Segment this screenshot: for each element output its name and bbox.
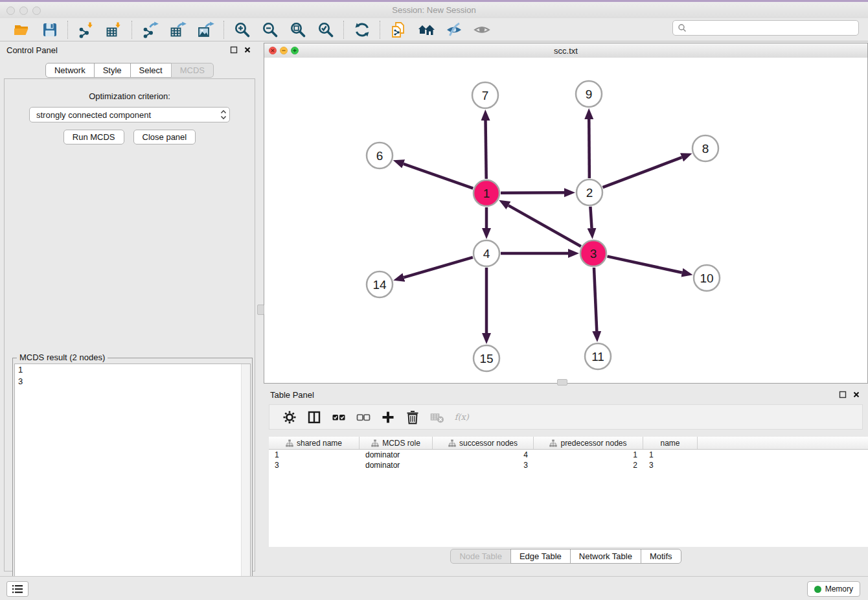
delete-table-icon[interactable]: [429, 410, 445, 424]
column-header-shared-name[interactable]: shared name: [269, 437, 360, 449]
result-node-id[interactable]: 3: [15, 376, 250, 387]
column-header-MCDS-role[interactable]: MCDS role: [360, 437, 433, 449]
node-6[interactable]: 6: [367, 143, 393, 168]
delete-icon[interactable]: [405, 410, 420, 424]
refresh-icon[interactable]: [354, 21, 371, 38]
search-box[interactable]: [672, 20, 859, 36]
node-14[interactable]: 14: [367, 271, 393, 297]
tab-motifs[interactable]: Motifs: [641, 549, 681, 564]
edge-2-3[interactable]: [590, 207, 591, 228]
zoom-in-icon[interactable]: [234, 21, 251, 38]
network-canvas[interactable]: 7968124314101511: [264, 58, 867, 383]
toolbar-separator: [131, 21, 132, 39]
node-8[interactable]: 8: [692, 135, 718, 161]
import-table-icon[interactable]: [106, 21, 122, 38]
float-panel-icon[interactable]: [230, 46, 238, 54]
optimization-criterion-select[interactable]: strongly connected component: [29, 107, 230, 122]
result-node-id[interactable]: 1: [15, 364, 250, 376]
save-icon[interactable]: [41, 21, 58, 38]
select-all-icon[interactable]: [331, 410, 347, 424]
table-cell[interactable]: 2: [534, 461, 643, 470]
table-cell[interactable]: 1: [534, 450, 643, 459]
table-toolbar: f(x): [269, 404, 863, 430]
tab-mcds[interactable]: MCDS: [171, 63, 214, 78]
column-header-predecessor-nodes[interactable]: predecessor nodes: [534, 437, 643, 449]
horizontal-splitter-grip[interactable]: [557, 379, 567, 386]
table-cell[interactable]: 3: [643, 461, 698, 470]
table-cell[interactable]: 3: [269, 461, 360, 470]
column-header-successor-nodes[interactable]: successor nodes: [433, 437, 534, 449]
node-4[interactable]: 4: [474, 240, 499, 266]
task-history-button[interactable]: [6, 581, 29, 597]
hide-selected-icon[interactable]: [446, 21, 463, 38]
network-graph[interactable]: 7968124314101511: [264, 58, 867, 384]
table-cell[interactable]: 3: [433, 461, 534, 470]
node-table[interactable]: shared nameMCDS rolesuccessor nodesprede…: [269, 437, 868, 547]
node-3[interactable]: 3: [580, 240, 606, 266]
toolbar-separator: [343, 21, 344, 39]
float-table-panel-icon[interactable]: [839, 391, 847, 398]
table-cell[interactable]: 1: [643, 450, 698, 459]
table-cell[interactable]: 1: [269, 450, 360, 459]
table-cell[interactable]: dominator: [360, 461, 433, 470]
table-cell[interactable]: dominator: [360, 450, 433, 459]
tab-network[interactable]: Network: [45, 63, 95, 78]
deselect-all-icon[interactable]: [356, 410, 371, 424]
node-9[interactable]: 9: [576, 81, 602, 107]
node-1[interactable]: 1: [474, 180, 499, 206]
tab-style[interactable]: Style: [94, 63, 131, 78]
export-network-icon[interactable]: [142, 21, 159, 38]
result-scrollbar[interactable]: [241, 364, 250, 600]
open-icon[interactable]: [14, 21, 30, 38]
node-15[interactable]: 15: [474, 345, 499, 371]
close-table-panel-icon[interactable]: [852, 391, 860, 398]
tab-edge-table[interactable]: Edge Table: [510, 549, 571, 564]
table-row[interactable]: 3dominator323: [269, 460, 868, 470]
control-panel: Control Panel NetworkStyleSelectMCDS Opt…: [0, 41, 259, 577]
zoom-out-icon[interactable]: [262, 21, 279, 38]
run-mcds-button[interactable]: Run MCDS: [63, 130, 124, 144]
edge-1-7[interactable]: [486, 121, 486, 179]
close-panel-icon[interactable]: [244, 46, 251, 54]
gear-icon[interactable]: [282, 410, 297, 424]
column-header-name[interactable]: name: [643, 437, 698, 449]
edge-3-11[interactable]: [594, 268, 597, 331]
node-7[interactable]: 7: [472, 82, 498, 108]
node-10[interactable]: 10: [694, 265, 720, 291]
table-row[interactable]: 1dominator411: [269, 450, 868, 460]
import-network-icon[interactable]: [78, 21, 95, 38]
tab-select[interactable]: Select: [130, 63, 172, 78]
vertical-splitter-grip[interactable]: [257, 305, 264, 315]
zoom-fit-icon[interactable]: [290, 21, 306, 38]
edge-3-1[interactable]: [508, 205, 581, 246]
export-image-icon[interactable]: [198, 21, 214, 38]
edge-1-2[interactable]: [501, 192, 564, 193]
search-input[interactable]: [687, 23, 858, 34]
svg-text:7: 7: [482, 89, 489, 102]
first-neighbors-icon[interactable]: [418, 21, 435, 38]
close-panel-button[interactable]: Close panel: [133, 130, 196, 144]
show-all-icon[interactable]: [474, 21, 490, 38]
toolbar-separator: [223, 21, 224, 39]
edge-1-6[interactable]: [404, 164, 473, 189]
table-panel-header: Table Panel: [264, 386, 868, 403]
svg-text:8: 8: [702, 142, 709, 156]
table-cell[interactable]: 4: [433, 450, 534, 459]
node-11[interactable]: 11: [585, 343, 611, 369]
new-network-from-selection-icon[interactable]: [390, 21, 407, 38]
export-table-icon[interactable]: [170, 21, 187, 38]
mcds-result-list[interactable]: 13: [14, 363, 251, 600]
tab-network-table[interactable]: Network Table: [570, 549, 641, 564]
edge-2-8[interactable]: [603, 157, 682, 187]
edge-3-10[interactable]: [607, 257, 681, 273]
node-2[interactable]: 2: [577, 179, 602, 205]
memory-button[interactable]: Memory: [807, 581, 860, 597]
tab-node-table[interactable]: Node Table: [450, 549, 511, 564]
add-icon[interactable]: [380, 410, 396, 424]
edge-2-9[interactable]: [589, 119, 589, 178]
network-window-titlebar[interactable]: scc.txt: [264, 43, 867, 58]
fx-icon[interactable]: f(x): [454, 410, 470, 424]
edge-4-14[interactable]: [404, 257, 472, 277]
show-columns-icon[interactable]: [306, 410, 322, 424]
zoom-selected-icon[interactable]: [317, 21, 334, 38]
